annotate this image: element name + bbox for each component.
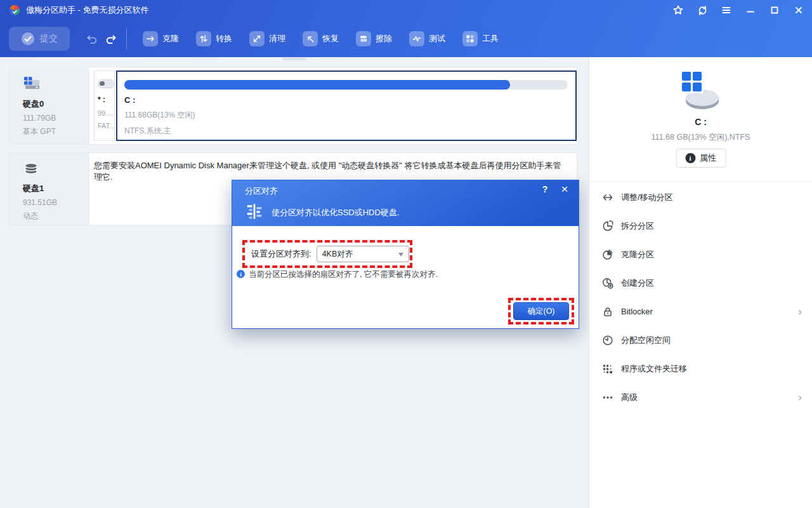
annotation-dropdown-highlight: 设置分区对齐到: 4KB对齐 xyxy=(242,240,412,268)
clean-icon xyxy=(249,31,265,46)
menu-item-app-migration[interactable]: 程序或文件夹迁移 xyxy=(589,354,812,383)
dialog-body: 设置分区对齐到: 4KB对齐 i 当前分区已按选择的扇区对齐了, 它不需要被再次… xyxy=(232,226,579,330)
volume-label: C : xyxy=(589,117,812,127)
convert-icon xyxy=(196,31,211,46)
menu-item-advanced[interactable]: 高级 › xyxy=(589,383,812,411)
disk1-size: 931.51GB xyxy=(23,198,89,207)
partition-usage-bar xyxy=(98,79,114,88)
disk1-type: 动态 xyxy=(23,211,89,222)
volume-info: 111.68 GB(13% 空闲),NTFS xyxy=(589,132,812,143)
create-partition-icon xyxy=(602,277,613,289)
dialog-subtitle: 使分区对齐以优化SSD或HDD硬盘. xyxy=(272,207,400,218)
menu-item-clone-partition[interactable]: 克隆分区 xyxy=(589,240,812,269)
toolbar-item-tools[interactable]: 工具 xyxy=(462,31,499,46)
recover-icon xyxy=(303,31,318,46)
dialog-info-text: 当前分区已按选择的扇区对齐了, 它不需要被再次对齐. xyxy=(249,269,438,280)
properties-label: 属性 xyxy=(700,152,716,164)
horizontal-scrollbar[interactable] xyxy=(282,58,306,60)
disk-drive-icon xyxy=(23,76,41,92)
volume-disk-icon xyxy=(677,70,725,116)
disk0-type: 基本 GPT xyxy=(23,126,89,137)
clock-icon xyxy=(602,335,613,346)
tools-icon xyxy=(462,31,478,46)
chevron-right-icon: › xyxy=(798,392,802,403)
disk1-info[interactable]: 硬盘1 931.51GB 动态 xyxy=(10,153,89,225)
toolbar-actions: 克隆 转换 清理 恢复 xyxy=(143,27,499,51)
lock-icon xyxy=(602,306,613,318)
menu-item-bitlocker[interactable]: Bitlocker › xyxy=(589,297,812,326)
redo-icon[interactable] xyxy=(104,32,118,46)
window-title: 傲梅分区助手 - 免费无损分区软件 xyxy=(26,4,149,16)
toolbar-item-clean[interactable]: 清理 xyxy=(249,31,285,46)
toolbar-separator xyxy=(126,28,127,50)
menu-icon[interactable] xyxy=(714,0,738,20)
help-icon[interactable]: ? xyxy=(539,184,551,194)
main-content: 硬盘0 111.79GB 基本 GPT * : 99.... FAT... C … xyxy=(0,57,589,508)
maximize-icon[interactable] xyxy=(763,0,787,20)
partition-alignment-dialog: 分区对齐 ? × 使分区对齐以优化SSD或HDD硬盘. 设置分区对齐到: xyxy=(232,180,579,329)
resize-move-icon xyxy=(602,192,613,203)
partition-c-selected[interactable]: C : 111.68GB(13% 空闲) NTFS,系统,主 xyxy=(116,70,577,141)
dialog-info-row: i 当前分区已按选择的扇区对齐了, 它不需要被再次对齐. xyxy=(237,269,438,280)
submit-label: 提交 xyxy=(40,33,58,44)
dialog-close-icon[interactable]: × xyxy=(558,182,571,196)
undo-icon[interactable] xyxy=(85,32,99,46)
clone-icon xyxy=(143,31,158,46)
clone-partition-icon xyxy=(602,249,613,260)
menu-item-allocate-free-space[interactable]: 分配空闲空间 xyxy=(589,326,812,354)
disk0-card: 硬盘0 111.79GB 基本 GPT * : 99.... FAT... C … xyxy=(9,67,577,145)
toolbar: 提交 克隆 xyxy=(0,20,812,57)
partition-actions-menu: 调整/移动分区 拆分分区 xyxy=(589,183,812,411)
dialog-title: 分区对齐 xyxy=(245,185,278,197)
close-icon[interactable] xyxy=(787,0,811,20)
dynamic-disk-icon xyxy=(23,161,39,177)
partition-c-usage-bar xyxy=(124,80,568,90)
toolbar-item-recover[interactable]: 恢复 xyxy=(303,31,339,46)
side-panel-divider xyxy=(589,181,812,182)
alignment-dropdown-value: 4KB对齐 xyxy=(322,249,353,260)
test-icon xyxy=(409,31,424,46)
chevron-down-icon xyxy=(398,253,403,257)
partition-system-reserved[interactable]: * : 99.... FAT... xyxy=(94,70,115,141)
more-icon xyxy=(602,392,613,403)
disk0-size: 111.79GB xyxy=(23,114,89,123)
menu-item-resize-move[interactable]: 调整/移动分区 xyxy=(589,183,812,211)
menu-item-split[interactable]: 拆分分区 xyxy=(589,211,812,240)
header: 傲梅分区助手 - 免费无损分区软件 xyxy=(0,0,812,57)
minimize-icon[interactable] xyxy=(738,0,763,20)
info-icon: i xyxy=(237,270,245,278)
split-partition-icon xyxy=(602,220,613,232)
disk0-name: 硬盘0 xyxy=(23,98,89,110)
partition-align-icon xyxy=(245,202,264,221)
favorite-star-icon[interactable] xyxy=(666,0,690,20)
app-window: 傲梅分区助手 - 免费无损分区软件 xyxy=(0,0,812,508)
alignment-dropdown[interactable]: 4KB对齐 xyxy=(317,246,409,262)
app-migration-icon xyxy=(602,363,613,375)
submit-button[interactable]: 提交 xyxy=(9,27,70,51)
refresh-icon[interactable] xyxy=(690,0,714,20)
side-panel: C : 111.68 GB(13% 空闲),NTFS i 属性 调整/移动分区 xyxy=(589,57,812,508)
titlebar: 傲梅分区助手 - 免费无损分区软件 xyxy=(0,0,812,20)
erase-icon xyxy=(356,31,371,46)
window-controls xyxy=(666,0,811,20)
annotation-ok-highlight: 确定(O) xyxy=(508,298,574,324)
properties-button[interactable]: i 属性 xyxy=(676,149,726,168)
properties-info-icon: i xyxy=(685,153,695,163)
alignment-field-label: 设置分区对齐到: xyxy=(251,248,311,260)
chevron-right-icon: › xyxy=(798,306,802,317)
disk0-info[interactable]: 硬盘0 111.79GB 基本 GPT xyxy=(10,67,89,144)
app-logo-icon xyxy=(9,4,20,16)
disk1-name: 硬盘1 xyxy=(23,183,89,194)
check-icon xyxy=(21,32,35,46)
toolbar-item-convert[interactable]: 转换 xyxy=(196,31,232,46)
dialog-header: 分区对齐 ? × 使分区对齐以优化SSD或HDD硬盘. xyxy=(232,180,579,226)
toolbar-item-test[interactable]: 测试 xyxy=(409,31,445,46)
toolbar-item-clone[interactable]: 克隆 xyxy=(143,31,179,46)
ok-button[interactable]: 确定(O) xyxy=(513,302,569,320)
toolbar-item-erase[interactable]: 擦除 xyxy=(356,31,392,46)
menu-item-create-partition[interactable]: 创建分区 xyxy=(589,269,812,297)
